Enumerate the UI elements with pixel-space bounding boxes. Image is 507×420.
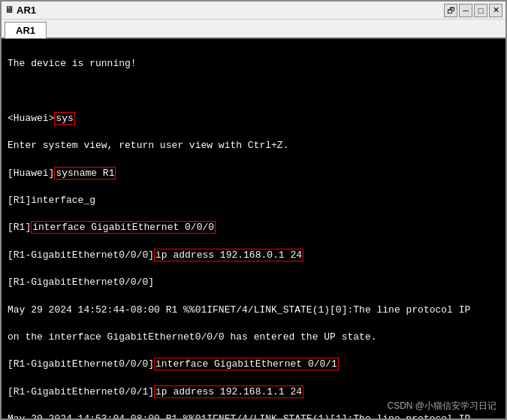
line-5: [Huawei]sysname R1: [8, 167, 499, 180]
tab-ar1[interactable]: AR1: [5, 22, 47, 38]
minimize-button[interactable]: ─: [459, 4, 472, 17]
tab-bar: AR1: [2, 20, 505, 39]
cmd-interface-g000: interface GigabitEthernet 0/0/0: [31, 221, 216, 234]
cmd-ip-addr-2: ip address 192.168.1.1 24: [154, 385, 303, 398]
title-bar: 🖥 AR1 🗗 ─ □ ✕: [2, 2, 505, 20]
line-10: May 29 2024 14:52:44-08:00 R1 %%01IFNET/…: [8, 304, 499, 317]
line-12: [R1-GigabitEthernet0/0/0]interface Gigab…: [8, 358, 499, 371]
window-controls: 🗗 ─ □ ✕: [444, 4, 502, 17]
line-6: [R1]interface_g: [8, 194, 499, 207]
close-button[interactable]: ✕: [489, 4, 502, 17]
terminal-area[interactable]: The device is running! <Huawei>sys Enter…: [2, 39, 505, 418]
maximize-button[interactable]: □: [474, 4, 487, 17]
line-9: [R1-GigabitEthernet0/0/0]: [8, 276, 499, 289]
cmd-ip-addr-1: ip address 192.168.0.1 24: [154, 249, 303, 261]
line-2: [8, 85, 499, 98]
title-bar-left: 🖥 AR1: [5, 5, 36, 16]
line-7: [R1]interface GigabitEthernet 0/0/0: [8, 221, 499, 234]
line-4: Enter system view, return user view with…: [8, 139, 499, 153]
line-8: [R1-GigabitEthernet0/0/0]ip address 192.…: [8, 249, 499, 262]
app-icon: 🖥: [5, 5, 14, 16]
line-1: The device is running!: [8, 57, 499, 71]
cmd-sysname: sysname R1: [54, 167, 116, 180]
cmd-sys: sys: [54, 112, 74, 125]
restore-button[interactable]: 🗗: [444, 4, 457, 17]
window-title: AR1: [17, 5, 36, 16]
cmd-interface-g001: interface GigabitEthernet 0/0/1: [154, 358, 339, 370]
watermark: CSDN @小猫信安学习日记: [387, 400, 496, 412]
line-14: May 29 2024 14:53:04-08:00 R1 %%01IFNET/…: [8, 412, 499, 418]
main-window: 🖥 AR1 🗗 ─ □ ✕ AR1 The device is running!…: [0, 0, 507, 420]
line-11: on the interface GigabitEthernet0/0/0 ha…: [8, 331, 499, 344]
line-3: <Huawei>sys: [8, 112, 499, 125]
line-13: [R1-GigabitEthernet0/0/1]ip address 192.…: [8, 385, 499, 399]
terminal-content: The device is running! <Huawei>sys Enter…: [8, 44, 499, 418]
